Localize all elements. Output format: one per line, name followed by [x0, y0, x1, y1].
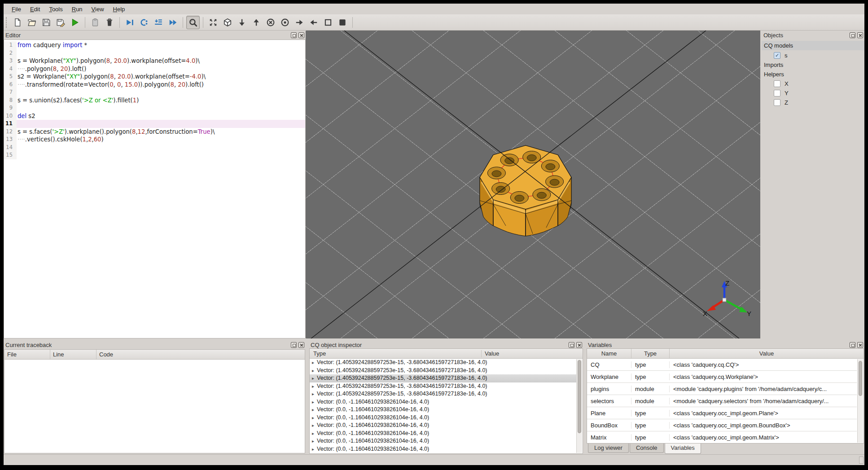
expand-arrow-icon[interactable]: ▸ — [312, 437, 314, 445]
back-view-button[interactable] — [278, 16, 292, 29]
inspector-row[interactable]: ▸Vector: (0.0, -1.1604610293826104e-16, … — [310, 445, 576, 453]
variable-row-matrix[interactable]: Matrixtype<class 'cadquery.occ_impl.geom… — [587, 431, 857, 443]
column-header-line[interactable]: Line — [50, 350, 96, 359]
inspector-row[interactable]: ▸Vector: (0.0, -1.1604610293826104e-16, … — [310, 398, 576, 406]
inspect-button[interactable] — [186, 16, 200, 29]
run-button[interactable] — [68, 16, 82, 29]
tab-log-viewer[interactable]: Log viewer — [588, 444, 629, 453]
close-icon[interactable] — [576, 342, 582, 348]
inspector-row[interactable]: ▸Vector: (1.4053924288597253e-15, -3.680… — [310, 374, 576, 382]
column-header-code[interactable]: Code — [96, 350, 305, 359]
variable-row-selectors[interactable]: selectorsmodule<module 'cadquery.selecto… — [587, 395, 857, 407]
expand-arrow-icon[interactable]: ▸ — [312, 390, 314, 398]
expand-arrow-icon[interactable]: ▸ — [312, 398, 314, 406]
expand-arrow-icon[interactable]: ▸ — [312, 367, 314, 375]
column-header-name[interactable]: Name — [587, 349, 631, 358]
inspector-row[interactable]: ▸Vector: (1.4053924288597253e-15, -3.680… — [310, 390, 576, 398]
checkbox-x[interactable] — [774, 80, 780, 87]
resize-grip[interactable] — [859, 457, 864, 464]
inspector-row[interactable]: ▸Vector: (0.0, -1.1604610293826104e-16, … — [310, 422, 576, 430]
expand-arrow-icon[interactable]: ▸ — [312, 430, 314, 438]
render-button[interactable] — [88, 16, 102, 29]
variable-row-plane[interactable]: Planetype<class 'cadquery.occ_impl.geom.… — [587, 407, 857, 419]
expand-arrow-icon[interactable]: ▸ — [312, 374, 314, 382]
close-icon[interactable] — [298, 342, 304, 348]
step-button[interactable] — [137, 16, 151, 29]
menu-view[interactable]: View — [87, 4, 109, 14]
code-editor[interactable]: 1from cadquery import *23s = Workplane("… — [4, 40, 306, 338]
inspector-row[interactable]: ▸Vector: (1.4053924288597253e-15, -3.680… — [310, 382, 576, 391]
iso-view-button[interactable] — [221, 16, 234, 29]
objects-item-x[interactable]: X — [762, 79, 864, 88]
expand-arrow-icon[interactable]: ▸ — [312, 445, 314, 453]
checkbox-s[interactable]: ✓ — [774, 52, 780, 59]
save-button[interactable] — [39, 16, 53, 29]
scrollbar-thumb[interactable] — [859, 361, 862, 396]
float-button[interactable] — [291, 342, 297, 348]
toolbar-grip[interactable] — [6, 17, 8, 28]
new-file-button[interactable] — [11, 16, 24, 29]
menu-run[interactable]: Run — [67, 4, 87, 14]
scrollbar-thumb[interactable] — [578, 360, 581, 433]
inspector-row[interactable]: ▸Vector: (1.4053924288597253e-15, -3.680… — [310, 359, 576, 367]
float-button[interactable] — [850, 342, 855, 348]
float-button[interactable] — [569, 342, 574, 348]
inspector-row[interactable]: ▸Vector: (0.0, -1.1604610293826104e-16, … — [310, 430, 576, 438]
column-header-type[interactable]: Type — [313, 350, 326, 357]
menu-edit[interactable]: Edit — [26, 4, 44, 14]
open-file-button[interactable] — [25, 16, 39, 29]
column-header-type[interactable]: Type — [631, 349, 670, 358]
continue-button[interactable] — [166, 16, 180, 29]
expand-arrow-icon[interactable]: ▸ — [312, 414, 314, 422]
bottom-view-button[interactable] — [235, 16, 249, 29]
objects-item-z[interactable]: Z — [762, 98, 864, 107]
column-header-value[interactable]: Value — [670, 349, 864, 358]
objects-item-helpers[interactable]: Helpers — [762, 70, 864, 79]
close-icon[interactable] — [857, 32, 863, 38]
left-view-button[interactable] — [307, 16, 320, 29]
debug-button[interactable] — [123, 16, 136, 29]
inspector-row[interactable]: ▸Vector: (0.0, -1.1604610293826104e-16, … — [310, 453, 576, 453]
checkbox-z[interactable] — [774, 99, 780, 106]
inspector-scrollbar[interactable] — [576, 359, 582, 453]
front-view-button[interactable] — [264, 16, 277, 29]
inspector-row[interactable]: ▸Vector: (1.4053924288597253e-15, -3.680… — [310, 367, 576, 375]
wireframe-button[interactable] — [321, 16, 335, 29]
objects-item-y[interactable]: Y — [762, 88, 864, 98]
save-as-button[interactable] — [54, 16, 67, 29]
tab-console[interactable]: Console — [630, 444, 664, 453]
close-icon[interactable] — [298, 32, 304, 38]
expand-arrow-icon[interactable]: ▸ — [312, 382, 314, 391]
menu-help[interactable]: Help — [109, 4, 130, 14]
variable-row-boundbox[interactable]: BoundBoxtype<class 'cadquery.occ_impl.ge… — [587, 419, 857, 431]
column-header-file[interactable]: File — [4, 350, 50, 359]
shaded-button[interactable] — [336, 16, 349, 29]
checkbox-y[interactable] — [774, 90, 780, 97]
menu-file[interactable]: File — [7, 4, 26, 14]
column-header-value[interactable]: Value — [485, 350, 499, 357]
tab-variables[interactable]: Variables — [665, 444, 701, 454]
float-button[interactable] — [291, 32, 297, 38]
fit-view-button[interactable] — [206, 16, 220, 29]
variable-row-plugins[interactable]: pluginsmodule<module 'cadquery.plugins' … — [587, 383, 857, 395]
objects-item-s[interactable]: ✓s — [762, 51, 864, 60]
menu-tools[interactable]: Tools — [44, 4, 67, 14]
objects-item-imports[interactable]: Imports — [762, 60, 864, 70]
expand-arrow-icon[interactable]: ▸ — [312, 422, 314, 430]
objects-item-cq-models[interactable]: CQ models — [762, 41, 864, 50]
right-view-button[interactable] — [293, 16, 306, 29]
inspector-row[interactable]: ▸Vector: (0.0, -1.1604610293826104e-16, … — [310, 437, 576, 445]
delete-button[interactable] — [103, 16, 116, 29]
expand-arrow-icon[interactable]: ▸ — [312, 406, 314, 414]
close-icon[interactable] — [857, 342, 863, 348]
viewport-3d[interactable]: Z X Y — [306, 31, 760, 338]
expand-arrow-icon[interactable]: ▸ — [312, 453, 314, 453]
top-view-button[interactable] — [250, 16, 263, 29]
float-button[interactable] — [850, 32, 855, 38]
expand-arrow-icon[interactable]: ▸ — [312, 359, 314, 367]
variable-row-cq[interactable]: CQtype<class 'cadquery.cq.CQ'> — [587, 359, 857, 371]
variables-scrollbar[interactable] — [857, 359, 863, 443]
inspector-row[interactable]: ▸Vector: (0.0, -1.1604610293826104e-16, … — [310, 406, 576, 414]
variable-row-workplane[interactable]: Workplanetype<class 'cadquery.cq.Workpla… — [587, 371, 857, 383]
step-into-button[interactable] — [152, 16, 165, 29]
